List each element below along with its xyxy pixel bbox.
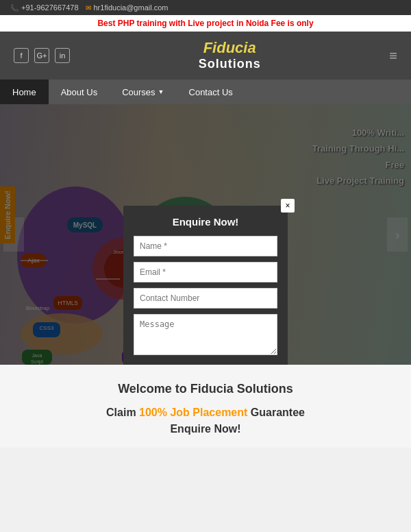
nav-courses-label: Courses — [122, 87, 155, 97]
claim-suffix: Guarantee — [247, 407, 305, 418]
promo-bar: Best PHP training with Live project in N… — [0, 15, 411, 32]
linkedin-icon[interactable]: in — [55, 48, 70, 63]
nav-home[interactable]: Home — [0, 80, 49, 104]
googleplus-icon[interactable]: G+ — [34, 48, 49, 63]
top-bar: 📞 +91-9627667478 ✉ hr1fiducia@gmail.com — [0, 0, 411, 15]
contact-input[interactable] — [134, 288, 277, 309]
email-info: ✉ hr1fiducia@gmail.com — [86, 3, 169, 12]
email-input[interactable] — [134, 262, 277, 282]
social-icons: f G+ in — [14, 48, 70, 63]
logo-top: Fiducia — [199, 40, 261, 56]
header: f G+ in Fiducia Solutions ≡ — [0, 32, 411, 80]
email-icon: ✉ — [86, 4, 91, 12]
nav-courses[interactable]: Courses ▼ — [110, 80, 176, 104]
facebook-icon[interactable]: f — [14, 48, 29, 63]
nav-home-label: Home — [12, 87, 36, 97]
contact-info: 📞 +91-9627667478 ✉ hr1fiducia@gmail.com — [10, 3, 169, 12]
message-input[interactable] — [134, 314, 277, 355]
modal-overlay: × Enquire Now! Send — [0, 104, 411, 365]
modal-title: Enquire Now! — [134, 216, 277, 228]
promo-text: Best PHP training with Live project in N… — [97, 19, 313, 28]
close-icon: × — [285, 201, 290, 210]
phone-icon: 📞 — [10, 4, 18, 12]
courses-dropdown-arrow: ▼ — [158, 88, 164, 95]
email-address: hr1fiducia@gmail.com — [94, 3, 169, 12]
modal-close-button[interactable]: × — [281, 199, 295, 213]
phone-number: +91-9627667478 — [21, 3, 79, 12]
claim-text: Claim 100% Job Placement Guarantee Enqui… — [14, 404, 397, 437]
claim-prefix: Claim — [106, 407, 139, 418]
claim-highlight: 100% Job Placement — [139, 407, 247, 418]
phone-info: 📞 +91-9627667478 — [10, 3, 79, 12]
nav-contact[interactable]: Contact Us — [177, 80, 245, 104]
logo-bottom: Solutions — [199, 57, 261, 71]
hero-section: MySQL Ajax Joomla HTML5 CSS3 Bootstrap J… — [0, 104, 411, 365]
navbar: Home About Us Courses ▼ Contact Us — [0, 80, 411, 104]
nav-about-label: About Us — [61, 87, 97, 97]
welcome-section: Welcome to Fiducia Solutions Claim 100% … — [0, 365, 411, 448]
nav-contact-label: Contact Us — [189, 87, 233, 97]
claim-enquire: Enquire Now! — [14, 421, 397, 437]
logo[interactable]: Fiducia Solutions — [199, 40, 261, 71]
enquire-modal: × Enquire Now! Send — [123, 206, 288, 365]
nav-about[interactable]: About Us — [49, 80, 110, 104]
hamburger-icon[interactable]: ≡ — [389, 48, 397, 64]
name-input[interactable] — [134, 236, 277, 256]
welcome-title: Welcome to Fiducia Solutions — [14, 382, 397, 396]
